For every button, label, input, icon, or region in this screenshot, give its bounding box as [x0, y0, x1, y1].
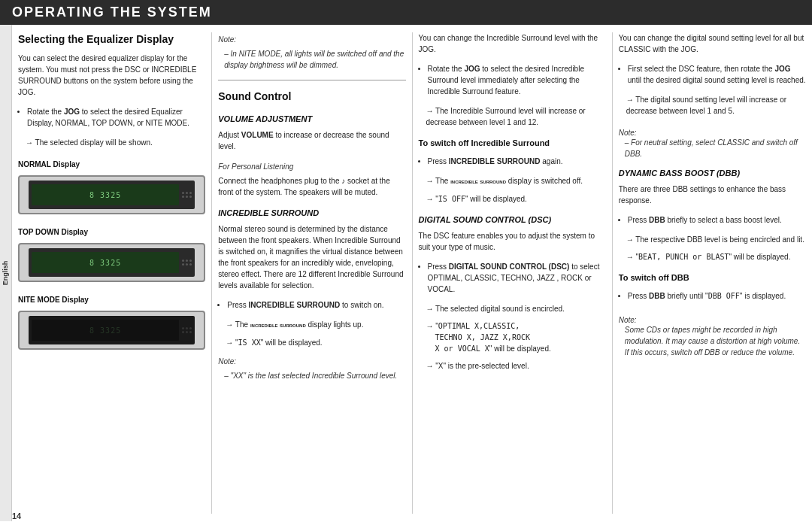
col2-arrow-lights: The incredible surround display lights u… — [218, 319, 405, 331]
col3-arrow-isoff: "IS OFF" will be displayed. — [419, 193, 606, 205]
col3-dsc-bullet-list: Press DIGITAL SOUND CONTROL (DSC) to sel… — [419, 261, 606, 296]
col1-normal-display: 8 3325 — [18, 175, 205, 214]
col1-normal-label: NORMAL Display — [18, 160, 205, 168]
col2-note-label: Note: — [218, 35, 405, 44]
col3-bullet-press-dsc: Press DIGITAL SOUND CONTROL (DSC) to sel… — [428, 261, 606, 295]
col2-incredible-p1: Normal stereo sound is determined by the… — [218, 223, 405, 291]
col3-switch-off-heading: To switch off Incredible Surround — [419, 138, 606, 147]
col4-note-label: Note: — [619, 129, 806, 137]
col4-switch-off-dbb-heading: To switch off DBB — [619, 273, 806, 282]
col2-bullet-press: Press INCREDIBLE SURROUND to switch on. — [227, 299, 405, 311]
col4-note2-cds: Some CDs or tapes might be recorded in h… — [619, 324, 806, 358]
col2-bullet-list: Press INCREDIBLE SURROUND to switch on. — [218, 299, 405, 312]
col1-nite-label: NITE MODE Display — [18, 296, 205, 304]
column-4: You can change the digital sound setting… — [612, 32, 806, 514]
col3-arrow-switched-off: The incredible surround display is switc… — [419, 175, 606, 187]
col4-note2-label: Note: — [619, 316, 806, 324]
col1-nite-display: 8 3325 — [18, 311, 205, 350]
col1-intro: You can select the desired equalizer dis… — [18, 53, 205, 98]
col3-intro: You can change the Incredible Surround l… — [419, 32, 606, 55]
col1-bullet-list: Rotate the JOG to select the desired Equ… — [18, 106, 205, 130]
col2-note2-text: – "XX" is the last selected Incredible S… — [218, 370, 405, 381]
col1-normal-dots — [182, 192, 192, 198]
col3-arrow-selected: The selected digital sound is encircled. — [419, 303, 606, 314]
col3-press-again: Press INCREDIBLE SURROUND again. — [428, 156, 606, 167]
col4-dbb-intro: There are three DBB settings to enhance … — [619, 184, 806, 206]
col3-arrow-x: "X" is the pre-selected level. — [419, 360, 606, 372]
col1-bullet1: Rotate the JOG to select the desired Equ… — [27, 106, 205, 129]
col2-volume-heading: VOLUME ADJUSTMENT — [218, 114, 405, 123]
col2-arrow-isxx: "IS XX" will be displayed. — [218, 337, 405, 348]
col1-arrow1: The selected display will be shown. — [18, 137, 205, 148]
col4-arrow-dsc-level: The digital sound setting level will inc… — [619, 94, 806, 117]
column-3: You can change the Incredible Surround l… — [412, 32, 606, 514]
col2-note-text: – In NITE MODE, all lights will be switc… — [218, 48, 405, 71]
col3-bullet-press-again: Press INCREDIBLE SURROUND again. — [419, 156, 606, 168]
col1-section-title: Selecting the Equalizer Display — [18, 32, 205, 46]
col1-topdown-label: TOP DOWN Display — [18, 228, 205, 236]
col4-note-neutral: – For neutral setting, select CLASSIC an… — [619, 137, 806, 159]
col2-divider — [218, 80, 405, 80]
col4-dbb-off-list: Press DBB briefly until "DBB OFF" is dis… — [619, 290, 806, 303]
page-header: OPERATING THE SYSTEM — [0, 0, 812, 25]
col4-bullet-first-select: First select the DSC feature, then rotat… — [628, 63, 806, 86]
col1-nite-dots — [182, 327, 192, 333]
col3-arrow-level: The Incredible Surround level will incre… — [419, 105, 606, 128]
col4-bullet-list: First select the DSC feature, then rotat… — [619, 63, 806, 87]
col4-arrow-beat: "BEAT, PUNCH or BLAST" will be displayed… — [619, 251, 806, 262]
col4-note2-block: Note: Some CDs or tapes might be recorde… — [619, 313, 806, 358]
col1-topdown-display: 8 3325 — [18, 243, 205, 282]
language-tab: English — [0, 25, 12, 521]
col4-note-block: Note: – For neutral setting, select CLAS… — [619, 126, 806, 159]
col4-dbb-heading: DYNAMIC BASS BOOST (DBB) — [619, 168, 806, 178]
col1-normal-screen: 8 3325 — [32, 184, 179, 205]
col2-note2-label: Note: — [218, 357, 405, 366]
col3-dsc-intro: The DSC feature enables you to adjust th… — [419, 230, 606, 253]
col2-incredible-heading: INCREDIBLE SURROUND — [218, 208, 405, 217]
col2-personal-text: Connect the headphones plug to the ♪ soc… — [218, 175, 405, 198]
col4-bullet-press-dbb: Press DBB briefly to select a bass boost… — [628, 214, 806, 226]
col1-nite-screen: 8 3325 — [32, 320, 179, 341]
page-number: 14 — [12, 511, 21, 520]
col3-bullet-rotate: Rotate the JOG to select the desired Inc… — [428, 63, 606, 97]
col3-bullet-list: Rotate the JOG to select the desired Inc… — [419, 63, 606, 99]
col4-arrow-dbb-encircled: The respective DBB level is being encirc… — [619, 234, 806, 245]
col2-personal-label: For Personal Listening — [218, 162, 405, 171]
column-1: Selecting the Equalizer Display You can … — [18, 32, 205, 514]
page-title: OPERATING THE SYSTEM — [12, 5, 800, 20]
column-2: Note: – In NITE MODE, all lights will be… — [211, 32, 405, 514]
col4-intro: You can change the digital sound setting… — [619, 32, 806, 55]
col4-bullet-dbb-off: Press DBB briefly until "DBB OFF" is dis… — [628, 290, 806, 302]
col2-sound-control-title: Sound Control — [218, 90, 405, 103]
col3-dsc-heading: DIGITAL SOUND CONTROL (DSC) — [419, 215, 606, 224]
col4-dbb-bullet-list: Press DBB briefly to select a bass boost… — [619, 214, 806, 227]
col2-volume-text: Adjust VOLUME to increase or decrease th… — [218, 129, 405, 152]
col3-arrow-optimal: "OPTIMAL X,CLASSIC, TECHNO X, JAZZ X,ROC… — [419, 320, 606, 354]
col1-topdown-screen: 8 3325 — [32, 252, 179, 273]
col1-topdown-dots — [182, 259, 192, 266]
